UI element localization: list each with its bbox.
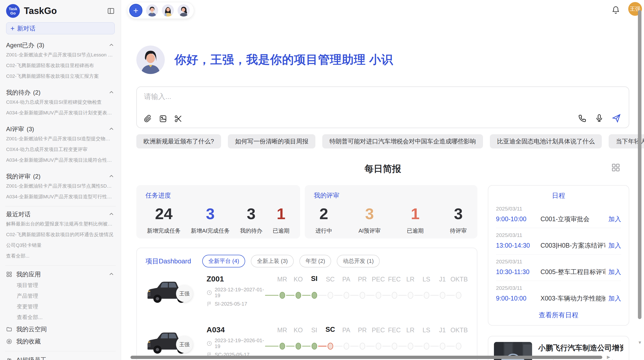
list-item[interactable]: 解释最新出台的欧盟报废车法规再生塑料比例被调至15%...: [6, 219, 115, 229]
chevron-up-icon[interactable]: [108, 173, 115, 180]
timeline-progress: [265, 346, 314, 347]
project-row[interactable]: 王强 Z001 2023-12-19~2027-01-19 SI-2025-05…: [145, 273, 468, 318]
microphone-icon[interactable]: [595, 114, 604, 123]
schedule-date: 2025/03/11: [496, 232, 621, 238]
grid-icon: [6, 271, 12, 277]
plus-icon: +: [10, 25, 14, 32]
list-item[interactable]: Z001-全新燃油皮卡产品开发项目SI节点Lesson Learn报告: [6, 50, 115, 60]
chevron-up-icon[interactable]: [108, 271, 115, 278]
list-item[interactable]: C02-飞腾新能源轻客改款项目立项汇报方案: [6, 71, 115, 82]
project-row[interactable]: 王强 A034 2023-12-19~2026-01-19 SC-2025-05…: [145, 324, 468, 360]
milestone-label: PEC: [370, 326, 386, 334]
milestone-node: [360, 292, 365, 299]
suggestion-chips: 欧洲新规最近颁布了什么? 如何写一份清晰的项目周报 特朗普可能对进口汽车增税会对…: [136, 134, 629, 148]
section-header-agent-done[interactable]: Agent已办 (3): [6, 41, 115, 50]
sidebar-item-ai-super-staff[interactable]: AI超级员工: [6, 354, 115, 360]
agent-avatar-1[interactable]: [146, 4, 158, 17]
milestone-label: PR: [354, 276, 370, 283]
schedule-title: 日程: [496, 191, 621, 200]
sidebar-item-my-apps[interactable]: 我的应用: [6, 269, 115, 280]
view-all-schedule-link[interactable]: 查看所有日程: [496, 307, 621, 321]
schedule-date: 2025/03/11: [496, 285, 621, 291]
list-item[interactable]: 公司Q3轻卡销量: [6, 240, 115, 251]
join-meeting-link[interactable]: 加入: [608, 268, 621, 276]
list-item[interactable]: C0X4-动力总成开发项目SI里程碑提交物检查: [6, 97, 115, 108]
horizontal-scrollbar[interactable]: [130, 356, 602, 359]
milestone-label: OKTB: [450, 276, 466, 283]
app-logo-row: Task Go TaskGo: [6, 4, 115, 18]
milestone-label: LR: [402, 326, 418, 334]
schedule-time: 9:00-10:00: [496, 295, 540, 302]
milestone-node: [280, 292, 285, 299]
agent-avatar-2[interactable]: [162, 4, 174, 17]
list-item[interactable]: C02-飞腾新能源轻客改款项目里程碑画布: [6, 60, 115, 71]
send-icon[interactable]: [611, 113, 621, 123]
flag-icon: [207, 301, 212, 307]
sidebar-item-project-mgmt[interactable]: 项目管理: [6, 280, 115, 291]
chevron-up-icon[interactable]: [108, 89, 115, 96]
list-item[interactable]: C0X4-动力总成开发项目工程变更评审: [6, 144, 115, 155]
schedule-item: 2025/03/11 13:00-14:30 C003|H0B-方案冻结评审 加…: [496, 228, 621, 254]
chevron-up-icon[interactable]: [108, 126, 115, 132]
milestone-label: FEC: [386, 276, 402, 283]
join-meeting-link[interactable]: 加入: [608, 241, 621, 250]
suggestion-chip[interactable]: 如何写一份清晰的项目周报: [228, 134, 315, 148]
sidebar-item-product-mgmt[interactable]: 产品管理: [6, 291, 115, 301]
list-item[interactable]: A034-全新新能源MUV产品开发项目计划变更表编写: [6, 108, 115, 118]
sidebar: Task Go TaskGo + 新对话 Agent已办 (3) Z001-全新…: [0, 0, 121, 360]
scissors-icon[interactable]: [174, 114, 183, 123]
chevron-up-icon[interactable]: [108, 211, 115, 218]
milestone-label: OKTB: [450, 326, 466, 334]
vertical-scrollbar[interactable]: [638, 10, 641, 319]
stat-new-done: 24新增完成任务: [147, 205, 181, 235]
milestone-node: [408, 292, 413, 299]
chevron-up-icon[interactable]: [108, 42, 115, 49]
stat-my-todo: 3我的待办: [240, 205, 262, 235]
new-chat-button[interactable]: + 新对话: [6, 22, 115, 34]
view-all-apps-link[interactable]: 查看全部...: [6, 312, 115, 323]
sidebar-item-change-mgmt[interactable]: 变更管理: [6, 301, 115, 312]
card-title: 任务进度: [145, 191, 291, 200]
bell-icon[interactable]: [611, 6, 620, 14]
list-item[interactable]: Z001-全新燃油轻卡产品开发项目SI节点属性5D文件评审: [6, 181, 115, 191]
collapse-sidebar-icon[interactable]: [107, 7, 115, 15]
milestone-node: [456, 292, 461, 299]
suggestion-chip[interactable]: 欧洲新规最近颁布了什么?: [136, 134, 221, 148]
stat-overdue: 1已逾期: [273, 205, 289, 235]
schedule-name: C003|H0B-方案冻结评审: [540, 241, 605, 250]
chat-input[interactable]: [144, 93, 478, 101]
chat-input-card: [136, 86, 629, 128]
agent-switcher: +: [127, 2, 194, 19]
sidebar-item-favorites[interactable]: 我的收藏: [6, 336, 115, 347]
scroll-right-arrow[interactable]: ▶: [607, 354, 610, 360]
add-agent-button[interactable]: +: [129, 4, 142, 17]
filter-pill[interactable]: 全新上装 (3): [251, 255, 294, 267]
input-actions: [578, 113, 621, 123]
sidebar-item-cloud-space[interactable]: 我的云空间: [6, 324, 115, 335]
section-header-my-todo[interactable]: 我的待办 (2): [6, 88, 115, 97]
input-toolbar: [143, 114, 183, 123]
scroll-down-arrow[interactable]: ▼: [638, 340, 642, 345]
join-meeting-link[interactable]: 加入: [608, 215, 621, 223]
join-meeting-link[interactable]: 加入: [608, 294, 621, 303]
view-all-chats-link[interactable]: 查看全部...: [6, 251, 115, 261]
section-header-recent-chats[interactable]: 最近对话: [6, 210, 115, 219]
list-item[interactable]: A034-全新新能源MUV产品开发项目造型可行性评审: [6, 191, 115, 202]
milestone-label: MR: [274, 326, 290, 334]
section-header-my-review[interactable]: 我的评审 (2): [6, 172, 115, 181]
filter-pill[interactable]: 全新平台 (4): [202, 255, 245, 267]
list-item[interactable]: Z001-全新燃油轻卡产品开发项目SI造型提交物评审: [6, 133, 115, 144]
image-icon[interactable]: [159, 114, 167, 123]
filter-pill[interactable]: 动总开发 (1): [337, 255, 380, 267]
news-title: 小鹏飞行汽车制造公司增资: [538, 343, 623, 353]
paperclip-icon[interactable]: [143, 114, 152, 123]
phone-icon[interactable]: [578, 114, 587, 123]
section-header-ai-review[interactable]: AI评审 (3): [6, 125, 115, 133]
agent-avatar-3[interactable]: [178, 4, 190, 17]
list-item[interactable]: A034-全新新能源MUV产品开发项目法规符合性评审: [6, 155, 115, 166]
suggestion-chip[interactable]: 比亚迪全固态电池计划具体说了什么: [490, 134, 602, 148]
list-item[interactable]: C02-飞腾新能源轻客改款项目的闭环通告反馈情况: [6, 229, 115, 240]
filter-pill[interactable]: 年型 (2): [299, 255, 331, 267]
layout-grid-icon[interactable]: [611, 163, 621, 172]
suggestion-chip[interactable]: 特朗普可能对进口汽车增税会对中国车企造成哪些影响: [322, 134, 483, 148]
